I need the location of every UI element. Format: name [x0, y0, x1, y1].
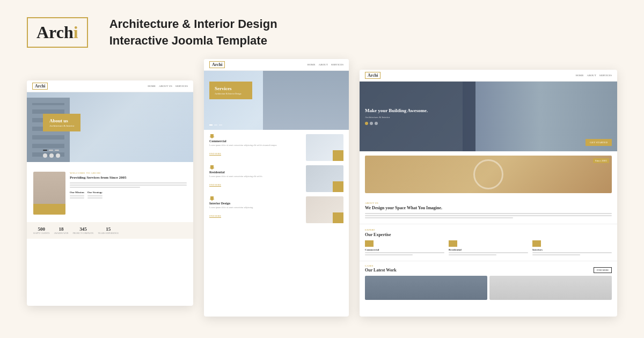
mission-line-2 — [70, 197, 84, 199]
dot-2 — [49, 150, 53, 151]
commercial-icon — [209, 134, 215, 138]
expertise-residential-icon — [449, 240, 457, 247]
residential-icon — [209, 165, 215, 170]
text-lines — [70, 182, 187, 188]
center-logo: Archi — [209, 61, 225, 68]
left-nav-links: HOME ABOUT US SERVICES — [148, 85, 188, 87]
right-nav-links: HOME ABOUT SERVICES — [576, 74, 612, 77]
expertise-interiors-label: Interiors — [532, 248, 612, 251]
center-nav-2: ABOUT — [319, 63, 328, 66]
expertise-items: Commercial Residential Interiors — [365, 240, 612, 256]
tagline-line2: Interactive Joomla Template — [109, 33, 277, 49]
dot-1 — [43, 150, 47, 151]
right-dot-1 — [365, 122, 368, 125]
since-badge: Since 2005 — [593, 158, 609, 163]
latest-work-section: CASES Our Latest Work FIND MORE — [360, 261, 617, 303]
about-tag: ABOUT US — [365, 202, 612, 204]
left-social-icons — [43, 153, 60, 158]
line-3 — [70, 187, 140, 188]
left-hero: About us Architecture & Interior — [27, 92, 193, 162]
commercial-btn[interactable]: FIND MORE — [209, 152, 221, 156]
commercial-desc: Lorem ipsum dolor sit amet consectetur a… — [209, 144, 303, 147]
social-icon-1 — [43, 153, 47, 158]
social-icon-3 — [56, 153, 60, 158]
left-logo: Archi — [32, 83, 48, 90]
tagline-line1: Architecture & Interior Design — [109, 16, 277, 33]
right-dot-2 — [370, 122, 373, 125]
right-hero-title: Make your Building Awesome. — [365, 108, 470, 114]
social-icon-2 — [49, 153, 54, 158]
expertise-commercial-icon — [365, 240, 374, 247]
interior-badge — [333, 212, 343, 223]
strategy-line-2 — [87, 197, 103, 199]
strategy-line-1 — [87, 195, 103, 196]
exp-int-line-1 — [532, 252, 612, 253]
center-nav-links: HOME ABOUT SERVICES — [308, 63, 343, 66]
staircase-img: Since 2005 — [365, 156, 612, 193]
center-nav-1: HOME — [308, 63, 316, 66]
line-1 — [70, 182, 187, 183]
strategy-title: Our Strategy — [87, 191, 103, 194]
expertise-commercial: Commercial — [365, 240, 444, 256]
service-residential: Residential Lorem ipsum dolor sit amet c… — [209, 165, 343, 192]
latest-btn[interactable]: FIND MORE — [594, 267, 612, 273]
expertise-interiors: Interiors — [532, 240, 612, 256]
dot-3 — [55, 150, 59, 151]
two-cols: Our Mission Our Strategy — [70, 191, 187, 200]
residential-badge — [333, 181, 343, 192]
services-title: Services — [215, 86, 247, 91]
services-box: Services Architecture & Interior Design — [209, 82, 252, 99]
about-box-sub: Architecture & Interior — [49, 124, 74, 127]
interior-img — [306, 196, 343, 223]
right-overlay: Make your Building Awesome. Architecture… — [360, 82, 475, 151]
commercial-text: Commercial Lorem ipsum dolor sit amet co… — [209, 134, 303, 157]
right-hero-sub: Architecture & Interior — [365, 116, 470, 119]
interior-btn[interactable]: FIND MORE — [209, 215, 221, 218]
service-commercial: Commercial Lorem ipsum dolor sit amet co… — [209, 134, 343, 161]
interior-desc: Lorem ipsum dolor sit amet consectetur a… — [209, 206, 303, 209]
about-box: About us Architecture & Interior — [43, 114, 80, 131]
welcome-label: WELCOME TO ARCHI — [70, 172, 187, 174]
stat-label-projects: PROJECT COMPLETE — [72, 232, 93, 234]
team-photo — [33, 172, 65, 215]
about-line-1 — [365, 213, 612, 214]
expertise-residential: Residential — [449, 240, 528, 256]
about-line-2 — [365, 215, 612, 216]
exp-int-line-2 — [532, 254, 580, 255]
services-sub: Architecture & Interior Design — [215, 92, 247, 95]
left-slider-dots — [43, 150, 60, 151]
commercial-img — [306, 134, 343, 161]
stat-num-projects: 345 — [72, 226, 93, 232]
mockup-right: Archi HOME ABOUT SERVICES Make your Buil… — [360, 70, 617, 317]
mockup-left: Archi HOME ABOUT US SERVICES About us Ar… — [27, 80, 193, 306]
service-interior: Interior Design Lorem ipsum dolor sit am… — [209, 196, 343, 223]
about-text-lines — [365, 213, 612, 218]
right-nav-2: ABOUT — [587, 74, 596, 77]
right-dot-3 — [375, 122, 378, 125]
expertise-residential-label: Residential — [449, 248, 528, 251]
latest-img-1 — [365, 276, 487, 300]
right-dots — [365, 122, 470, 125]
center-dot-2 — [214, 124, 217, 126]
expertise-tag: EXPERT — [365, 229, 612, 231]
exp-com-line-2 — [365, 254, 413, 255]
right-nav-3: SERVICES — [599, 74, 612, 77]
about-title: We Design your Space What You Imagine. — [365, 205, 612, 211]
expertise-interiors-icon — [532, 240, 541, 247]
about-box-title: About us — [49, 118, 74, 123]
residential-desc: Lorem ipsum dolor sit amet consectetur a… — [209, 175, 303, 178]
residential-btn[interactable]: FIND MORE — [209, 183, 221, 187]
stat-label-awards: AWARDS WON — [54, 232, 68, 234]
stat-label-experience: YEARS EXPERIENCE — [98, 232, 119, 234]
right-hero: Make your Building Awesome. Architecture… — [360, 82, 617, 151]
center-dot-1 — [209, 124, 213, 126]
right-nav-1: HOME — [576, 74, 584, 77]
commercial-title: Commercial — [209, 139, 303, 143]
mockup-center: Archi HOME ABOUT SERVICES Services Archi… — [204, 59, 349, 317]
right-cta-btn[interactable]: GET STARTED — [586, 139, 612, 146]
exp-res-line-2 — [449, 254, 496, 255]
logo-text: Archi — [36, 23, 78, 42]
exp-res-line-1 — [449, 252, 528, 253]
providing-title: Providing Services from Since 2005 — [70, 175, 187, 180]
interior-text: Interior Design Lorem ipsum dolor sit am… — [209, 196, 303, 219]
